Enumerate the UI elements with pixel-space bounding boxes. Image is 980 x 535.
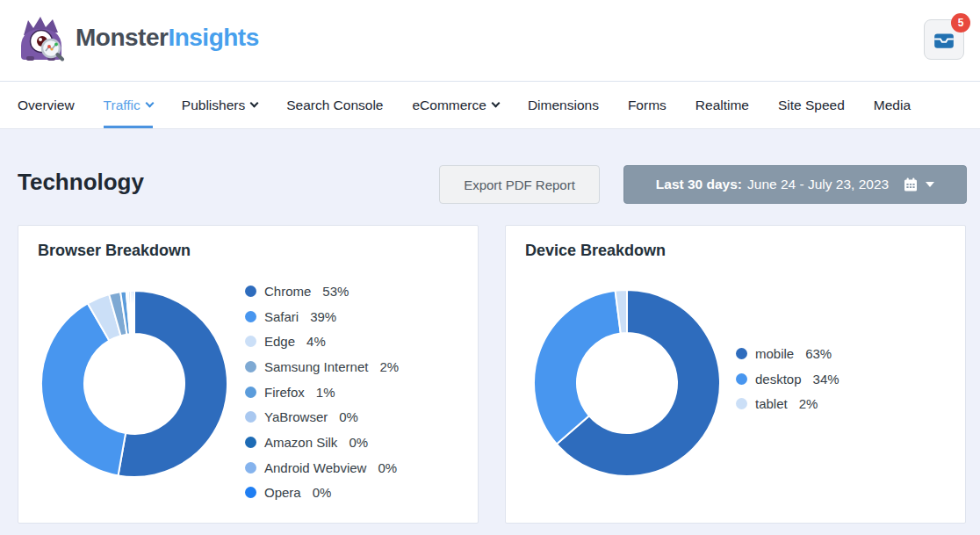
- legend-item-mobile[interactable]: mobile63%: [736, 341, 839, 366]
- tab-label: Traffic: [104, 98, 141, 113]
- legend-item-firefox[interactable]: Firefox1%: [245, 380, 399, 405]
- date-range-label: Last 30 days:: [656, 177, 742, 192]
- tab-label: Forms: [628, 98, 667, 113]
- browser-breakdown-card: Browser Breakdown Chrome53%Safari39%Edge…: [18, 225, 479, 524]
- legend-value: 2%: [799, 396, 818, 411]
- legend-item-desktop[interactable]: desktop34%: [736, 366, 839, 392]
- device-legend: mobile63%desktop34%tablet2%: [736, 341, 839, 416]
- legend-label: desktop: [755, 372, 802, 387]
- legend-label: Edge: [264, 334, 295, 349]
- chevron-down-icon: [250, 99, 259, 108]
- app-header: MonsterInsights 5: [0, 0, 980, 82]
- tab-label: Search Console: [286, 98, 383, 113]
- legend-label: mobile: [755, 346, 794, 361]
- legend-dot-icon: [245, 311, 256, 322]
- legend-value: 0%: [378, 460, 397, 475]
- legend-label: Android Webview: [264, 460, 366, 475]
- legend-dot-icon: [245, 411, 256, 423]
- legend-item-android-webview[interactable]: Android Webview0%: [245, 455, 399, 481]
- legend-label: Samsung Internet: [264, 359, 368, 374]
- export-pdf-button[interactable]: Export PDF Report: [439, 165, 600, 204]
- tab-overview[interactable]: Overview: [18, 82, 75, 128]
- device-breakdown-card: Device Breakdown mobile63%desktop34%tabl…: [505, 225, 966, 524]
- legend-label: Firefox: [264, 385, 305, 400]
- page-title: Technology: [18, 169, 144, 196]
- legend-value: 0%: [349, 435, 368, 450]
- legend-dot-icon: [245, 437, 256, 448]
- legend-value: 0%: [339, 409, 358, 424]
- chevron-down-icon: [491, 99, 500, 108]
- tab-media[interactable]: Media: [874, 82, 911, 128]
- legend-dot-icon: [245, 361, 256, 372]
- date-range-value: June 24 - July 23, 2023: [747, 177, 889, 192]
- legend-label: tablet: [755, 396, 788, 411]
- tab-traffic[interactable]: Traffic: [104, 82, 153, 128]
- legend-value: 53%: [322, 284, 349, 299]
- legend-item-tablet[interactable]: tablet2%: [736, 391, 839, 416]
- brand-wordmark: MonsterInsights: [76, 24, 259, 52]
- card-title: Device Breakdown: [525, 242, 666, 260]
- chevron-down-icon: [145, 99, 154, 108]
- legend-label: YaBrowser: [264, 409, 328, 424]
- donut-slice-desktop[interactable]: [534, 291, 621, 445]
- legend-value: 63%: [805, 346, 832, 361]
- legend-item-amazon-silk[interactable]: Amazon Silk0%: [245, 430, 399, 455]
- calendar-icon: [903, 177, 919, 192]
- legend-dot-icon: [245, 487, 256, 498]
- monster-mascot-icon: [16, 14, 67, 61]
- tab-label: Overview: [18, 98, 75, 113]
- tab-label: Site Speed: [778, 98, 845, 113]
- legend-item-safari[interactable]: Safari39%: [245, 304, 399, 329]
- tab-dimensions[interactable]: Dimensions: [528, 82, 599, 128]
- legend-dot-icon: [245, 286, 256, 297]
- brand-insights-text: Insights: [168, 24, 258, 51]
- legend-item-chrome[interactable]: Chrome53%: [245, 278, 399, 304]
- monsterinsights-logo[interactable]: MonsterInsights: [16, 14, 259, 61]
- legend-dot-icon: [736, 373, 747, 385]
- tab-site-speed[interactable]: Site Speed: [778, 82, 845, 128]
- notification-count-badge: 5: [951, 13, 970, 33]
- legend-label: Chrome: [264, 284, 311, 299]
- legend-label: Opera: [264, 485, 301, 500]
- tab-ecommerce[interactable]: eCommerce: [412, 82, 498, 128]
- technology-report-page: MonsterInsights 5 Overview Traffic Publi…: [0, 0, 980, 535]
- tab-label: eCommerce: [412, 98, 486, 113]
- legend-value: 2%: [379, 359, 399, 374]
- device-donut-chart: [532, 288, 722, 478]
- legend-item-opera[interactable]: Opera0%: [245, 481, 399, 506]
- tab-label: Realtime: [695, 98, 749, 113]
- legend-dot-icon: [245, 462, 256, 474]
- legend-item-edge[interactable]: Edge4%: [245, 329, 399, 354]
- legend-dot-icon: [736, 348, 747, 359]
- legend-value: 4%: [306, 334, 326, 349]
- legend-value: 1%: [316, 385, 335, 400]
- inbox-icon: [933, 29, 955, 50]
- tab-realtime[interactable]: Realtime: [695, 82, 749, 128]
- tab-search-console[interactable]: Search Console: [286, 82, 383, 128]
- tab-label: Dimensions: [528, 98, 599, 113]
- tab-forms[interactable]: Forms: [628, 82, 667, 128]
- browser-donut-chart: [40, 289, 229, 479]
- tab-publishers[interactable]: Publishers: [182, 82, 257, 128]
- legend-item-yabrowser[interactable]: YaBrowser0%: [245, 404, 399, 430]
- legend-dot-icon: [736, 398, 747, 409]
- legend-dot-icon: [245, 387, 256, 398]
- chevron-down-icon: [926, 182, 934, 187]
- legend-label: Amazon Silk: [264, 435, 337, 450]
- notifications-inbox-button[interactable]: 5: [924, 19, 964, 60]
- tab-label: Media: [874, 98, 911, 113]
- browser-legend: Chrome53%Safari39%Edge4%Samsung Internet…: [245, 278, 399, 505]
- date-range-picker[interactable]: Last 30 days: June 24 - July 23, 2023: [623, 165, 967, 204]
- brand-monster-text: Monster: [76, 24, 168, 51]
- legend-value: 34%: [813, 372, 839, 387]
- donut-slice-opera[interactable]: [133, 291, 134, 334]
- legend-dot-icon: [245, 336, 256, 347]
- report-nav-tabs: Overview Traffic Publishers Search Conso…: [0, 82, 980, 129]
- legend-label: Safari: [264, 309, 299, 324]
- legend-value: 39%: [310, 309, 336, 324]
- tab-label: Publishers: [182, 98, 245, 113]
- legend-value: 0%: [313, 485, 332, 500]
- card-title: Browser Breakdown: [38, 242, 191, 260]
- legend-item-samsung-internet[interactable]: Samsung Internet2%: [245, 354, 399, 380]
